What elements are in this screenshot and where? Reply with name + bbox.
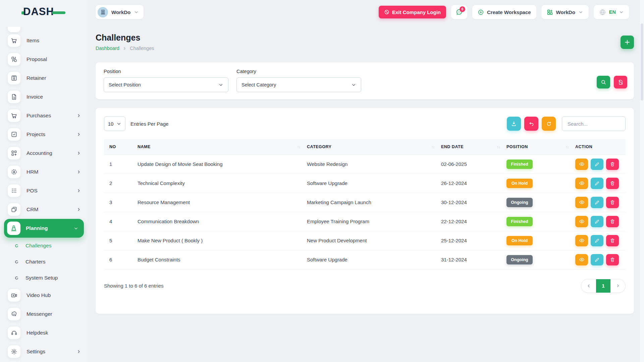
sidebar-item-helpdesk[interactable]: Helpdesk — [0, 323, 88, 342]
pagination-page-1[interactable]: 1 — [596, 279, 611, 293]
topbar: DASH WorkDo Exit Company Login 0 Create … — [0, 0, 644, 23]
sidebar-item-settings[interactable]: Settings — [0, 342, 88, 361]
edit-button[interactable] — [591, 197, 603, 208]
cell-category: Software Upgrade — [304, 174, 438, 193]
sidebar-item-messenger[interactable]: Messenger — [0, 305, 88, 323]
invoice-icon — [8, 90, 20, 103]
view-button[interactable] — [575, 235, 588, 246]
view-button[interactable] — [575, 178, 588, 189]
edit-button[interactable] — [591, 178, 603, 189]
retainer-icon — [8, 72, 20, 84]
edit-button[interactable] — [591, 216, 603, 227]
sidebar-item-items[interactable]: Items — [0, 31, 88, 50]
delete-button[interactable] — [606, 216, 619, 227]
sidebar-item-purchases[interactable]: Purchases — [0, 106, 88, 125]
cell-position: Finished — [503, 212, 572, 231]
eye-icon — [579, 257, 585, 262]
sort-icon: ↑↓ — [497, 145, 500, 149]
cell-no: 2 — [104, 174, 134, 193]
sidebar-item-proposal[interactable]: Proposal — [0, 50, 88, 69]
view-button[interactable] — [575, 216, 588, 227]
exit-company-login-button[interactable]: Exit Company Login — [379, 6, 446, 18]
refresh-icon — [546, 121, 552, 127]
edit-button[interactable] — [591, 159, 603, 170]
main-content: Challenges Dashboard Challenges Position… — [96, 23, 634, 314]
delete-button[interactable] — [606, 178, 619, 189]
delete-button[interactable] — [606, 159, 619, 170]
status-badge: Ongoing — [506, 198, 533, 207]
chevron-right-icon — [616, 284, 620, 288]
sidebar-subitem-challenges[interactable]: Challenges — [0, 238, 88, 254]
entries-per-page-select[interactable]: 10 — [104, 116, 125, 131]
position-select[interactable]: Select Position — [104, 77, 228, 92]
column-header-position[interactable]: POSITION↑↓ — [503, 139, 572, 155]
cell-end-date: 25-12-2024 — [438, 231, 503, 250]
delete-button[interactable] — [606, 254, 619, 265]
category-select[interactable]: Select Category — [236, 77, 361, 92]
delete-button[interactable] — [606, 197, 619, 208]
delete-button[interactable] — [606, 235, 619, 246]
sidebar-item-invoice[interactable]: Invoice — [0, 87, 88, 106]
search-icon — [600, 79, 606, 85]
sidebar-item-hrm[interactable]: HRM — [0, 163, 88, 181]
sidebar-subitem-charters[interactable]: Charters — [0, 254, 88, 270]
messages-button[interactable]: 0 — [451, 5, 467, 19]
sidebar-item-retainer[interactable]: Retainer — [0, 69, 88, 87]
sidebar-item-video-hub[interactable]: Video Hub — [0, 286, 88, 305]
breadcrumb-current: Challenges — [130, 46, 154, 51]
edit-button[interactable] — [591, 254, 603, 265]
trash-icon — [610, 238, 615, 243]
sidebar-item-projects[interactable]: Projects — [0, 125, 88, 144]
breadcrumb-dashboard-link[interactable]: Dashboard — [96, 46, 119, 51]
create-workspace-button[interactable]: Create Workspace — [472, 5, 536, 19]
undo-icon — [529, 121, 534, 127]
scrollbar-thumb[interactable] — [641, 23, 643, 101]
table-search-input[interactable] — [562, 116, 626, 131]
column-header-category[interactable]: CATEGORY↑↓ — [304, 139, 438, 155]
view-button[interactable] — [575, 159, 588, 170]
reset-filter-button[interactable] — [614, 76, 627, 88]
trash-icon — [610, 162, 615, 167]
cell-action — [572, 174, 626, 193]
page-scrollbar[interactable] — [639, 0, 644, 362]
view-button[interactable] — [575, 197, 588, 208]
sidebar-item-planning[interactable]: Planning — [4, 219, 84, 238]
sidebar: ItemsProposalRetainerInvoicePurchasesPro… — [0, 27, 88, 362]
cell-end-date: 31-12-2024 — [438, 250, 503, 269]
workspace-dropdown[interactable]: WorkDo — [541, 5, 589, 19]
cell-name: Technical Complexity — [134, 174, 304, 193]
add-challenge-button[interactable] — [621, 36, 634, 49]
page-title: Challenges — [96, 33, 634, 43]
refresh-button[interactable] — [542, 117, 556, 131]
chevron-down-icon — [578, 10, 583, 15]
chevron-down-icon — [116, 121, 121, 126]
pencil-icon — [594, 162, 600, 167]
eye-icon — [579, 161, 585, 167]
filter-card: Position Select Position Category Select… — [96, 62, 634, 99]
cell-category: Software Upgrade — [304, 250, 438, 269]
pagination-next-button[interactable] — [610, 279, 625, 293]
settings-icon — [8, 345, 20, 358]
edit-button[interactable] — [591, 235, 603, 246]
pagination-prev-button[interactable] — [581, 279, 596, 293]
entries-per-page-label: Entries Per Page — [130, 121, 168, 127]
apply-filter-button[interactable] — [597, 76, 610, 88]
export-button[interactable] — [507, 117, 521, 131]
circle-arc-icon — [15, 244, 18, 248]
table-row: 4Communication BreakdownEmployee Trainin… — [104, 212, 626, 231]
sidebar-subitem-system-setup[interactable]: System Setup — [0, 270, 88, 286]
sidebar-item-pos[interactable]: POS — [0, 181, 88, 200]
scrolled-item-peek — [8, 27, 20, 32]
sidebar-item-accounting[interactable]: Accounting — [0, 144, 88, 163]
undo-button[interactable] — [524, 117, 538, 131]
trash-icon — [610, 181, 615, 186]
column-header-end-date[interactable]: END DATE↑↓ — [438, 139, 503, 155]
globe-icon — [599, 9, 606, 16]
language-dropdown[interactable]: EN — [594, 5, 629, 19]
sidebar-item-crm[interactable]: CRM — [0, 200, 88, 219]
column-header-name[interactable]: NAME↑↓ — [134, 139, 304, 155]
chevron-right-icon — [76, 151, 81, 156]
view-button[interactable] — [575, 254, 588, 265]
chevron-down-icon — [73, 226, 78, 231]
workspace-selector[interactable]: WorkDo — [96, 5, 144, 19]
